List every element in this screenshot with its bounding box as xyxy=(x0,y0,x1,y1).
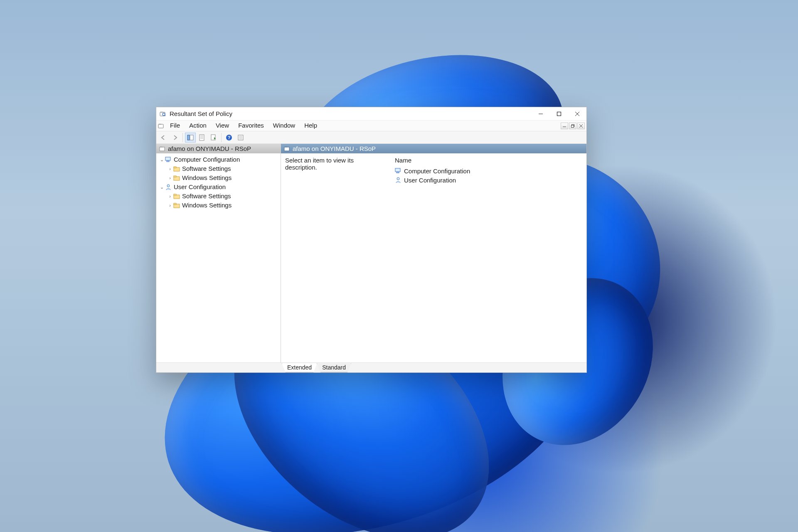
tree-header[interactable]: afamo on ONYIMADU - RSoP xyxy=(156,144,281,153)
svg-text:?: ? xyxy=(228,135,231,140)
menu-icon xyxy=(156,121,165,131)
svg-rect-7 xyxy=(158,124,163,128)
menu-window[interactable]: Window xyxy=(268,121,300,131)
tree-node-uc-windows[interactable]: › Windows Settings xyxy=(156,201,281,210)
description-text: Select an item to view its description. xyxy=(285,157,385,185)
menu-help[interactable]: Help xyxy=(300,121,322,131)
chevron-down-icon[interactable]: ⌄ xyxy=(159,182,165,192)
tree-root-label: afamo on ONYIMADU - RSoP xyxy=(168,145,251,152)
item-label: User Configuration xyxy=(404,177,456,184)
tree-pane: afamo on ONYIMADU - RSoP ⌄ Computer Conf… xyxy=(156,144,281,362)
tree-label: Computer Configuration xyxy=(174,155,240,164)
svg-rect-14 xyxy=(190,135,193,140)
detail-pane: afamo on ONYIMADU - RSoP Select an item … xyxy=(281,144,586,362)
tree-node-uc-software[interactable]: › Software Settings xyxy=(156,192,281,201)
tree-label: Windows Settings xyxy=(182,201,232,210)
toolbar: ? xyxy=(156,131,586,144)
folder-icon xyxy=(173,174,180,182)
detail-header-label: afamo on ONYIMADU - RSoP xyxy=(293,145,376,152)
svg-rect-30 xyxy=(174,167,176,168)
svg-rect-38 xyxy=(284,147,289,151)
folder-icon xyxy=(173,192,180,200)
rsop-icon xyxy=(283,145,290,152)
svg-rect-32 xyxy=(174,176,176,177)
item-label: Computer Configuration xyxy=(404,167,470,175)
tree-node-cc-software[interactable]: › Software Settings xyxy=(156,164,281,173)
export-button[interactable] xyxy=(208,133,219,143)
tree-label: User Configuration xyxy=(174,182,226,192)
svg-rect-27 xyxy=(165,157,170,160)
minimize-button[interactable] xyxy=(532,108,550,120)
chevron-right-icon[interactable]: › xyxy=(167,201,173,210)
help-button[interactable]: ? xyxy=(224,133,234,143)
column-header-name[interactable]: Name xyxy=(395,157,582,164)
computer-icon xyxy=(395,168,401,174)
svg-rect-37 xyxy=(174,203,176,204)
svg-rect-26 xyxy=(160,147,165,151)
chevron-right-icon[interactable]: › xyxy=(167,192,173,201)
svg-point-33 xyxy=(167,185,170,187)
user-icon xyxy=(165,183,172,191)
list-item-computer-config[interactable]: Computer Configuration xyxy=(395,166,582,175)
svg-rect-35 xyxy=(174,194,176,195)
folder-icon xyxy=(173,165,180,172)
titlebar[interactable]: Resultant Set of Policy xyxy=(156,107,586,121)
menubar: File Action View Favorites Window Help xyxy=(156,121,586,131)
tree-view[interactable]: ⌄ Computer Configuration › Software Sett… xyxy=(156,153,281,212)
tab-extended[interactable]: Extended xyxy=(282,363,317,372)
tree-node-user-config[interactable]: ⌄ User Configuration xyxy=(156,182,281,192)
chevron-down-icon[interactable]: ⌄ xyxy=(159,155,165,164)
detail-header[interactable]: afamo on ONYIMADU - RSoP xyxy=(281,144,586,153)
svg-rect-10 xyxy=(571,125,574,127)
svg-rect-19 xyxy=(211,135,215,140)
svg-rect-40 xyxy=(397,172,399,173)
mdi-restore-button[interactable] xyxy=(569,123,576,129)
user-icon xyxy=(395,177,401,183)
computer-icon xyxy=(165,156,172,163)
forward-button[interactable] xyxy=(170,133,180,143)
menu-favorites[interactable]: Favorites xyxy=(234,121,268,131)
refresh-button[interactable] xyxy=(235,133,246,143)
tree-label: Software Settings xyxy=(182,164,231,173)
svg-rect-13 xyxy=(187,135,190,140)
maximize-button[interactable] xyxy=(550,108,568,120)
properties-button[interactable] xyxy=(197,133,207,143)
svg-rect-15 xyxy=(200,135,204,140)
mdi-controls xyxy=(561,121,586,131)
svg-point-41 xyxy=(397,177,399,180)
list-item-user-config[interactable]: User Configuration xyxy=(395,175,582,185)
tree-node-cc-windows[interactable]: › Windows Settings xyxy=(156,173,281,182)
app-window: Resultant Set of Policy File Action View… xyxy=(156,107,587,373)
svg-rect-28 xyxy=(167,161,169,162)
svg-rect-39 xyxy=(395,168,400,172)
show-hide-tree-button[interactable] xyxy=(185,133,196,143)
window-title: Resultant Set of Policy xyxy=(170,110,232,117)
bottom-tabs: Extended Standard xyxy=(156,362,586,372)
folder-icon xyxy=(173,202,180,209)
menu-file[interactable]: File xyxy=(165,121,185,131)
rsop-icon xyxy=(159,145,165,152)
menu-view[interactable]: View xyxy=(211,121,234,131)
close-button[interactable] xyxy=(568,108,586,120)
tree-label: Windows Settings xyxy=(182,173,232,182)
tree-label: Software Settings xyxy=(182,192,231,201)
mdi-minimize-button[interactable] xyxy=(561,123,568,129)
mdi-close-button[interactable] xyxy=(577,123,585,129)
chevron-right-icon[interactable]: › xyxy=(167,164,173,173)
chevron-right-icon[interactable]: › xyxy=(167,173,173,182)
app-icon xyxy=(159,110,166,118)
item-list: Name Computer Configuration User Configu… xyxy=(395,157,582,185)
back-button[interactable] xyxy=(158,133,169,143)
svg-rect-4 xyxy=(557,112,561,116)
menu-action[interactable]: Action xyxy=(185,121,211,131)
tree-node-computer-config[interactable]: ⌄ Computer Configuration xyxy=(156,155,281,164)
desktop-wallpaper: Resultant Set of Policy File Action View… xyxy=(0,0,798,532)
tab-standard[interactable]: Standard xyxy=(317,363,351,372)
